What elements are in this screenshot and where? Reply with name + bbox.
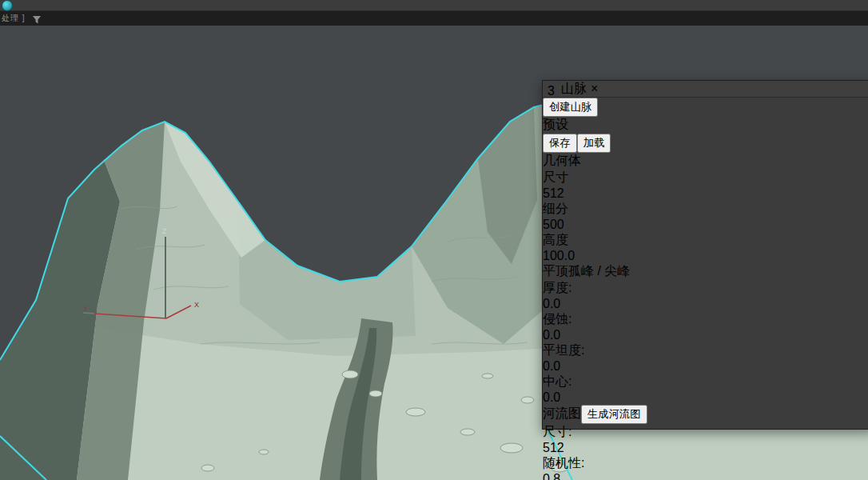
geometry-height-row: 高度100.0 bbox=[543, 232, 868, 263]
flat-top-peak-title: 平顶孤峰 / 尖峰 bbox=[543, 264, 630, 278]
river-map-title: 河流图 bbox=[543, 406, 581, 420]
river-map-group: 河流图生成河流图尺寸:512随机性:0.8衰减:0.5支流:8 bbox=[543, 405, 868, 480]
erosion-label: 侵蚀: bbox=[543, 312, 571, 326]
geometry-size-field[interactable]: 512 bbox=[543, 186, 868, 201]
erosion-value[interactable]: 0.0 bbox=[543, 328, 560, 342]
axis-x-label: X bbox=[194, 301, 199, 309]
generate-river-map-button[interactable]: 生成河流图 bbox=[581, 405, 647, 424]
geometry-size-row: 尺寸512 bbox=[543, 170, 868, 201]
river-randomness-label: 随机性: bbox=[543, 456, 584, 470]
flatness-value[interactable]: 0.0 bbox=[543, 359, 560, 373]
erosion-field[interactable]: 0.0 bbox=[543, 328, 868, 342]
geometry-subdivision-field[interactable]: 500 bbox=[543, 218, 868, 232]
flat-top-peak-group: 平顶孤峰 / 尖峰厚度:0.0侵蚀:0.0平坦度:0.0中心:0.0 bbox=[543, 263, 868, 405]
app-icon[interactable] bbox=[2, 0, 13, 11]
center-row: 中心:0.0 bbox=[543, 374, 868, 405]
river-randomness-value[interactable]: 0.8 bbox=[543, 472, 560, 480]
geometry-title: 几何体 bbox=[543, 154, 581, 167]
flatness-label: 平坦度: bbox=[543, 343, 584, 357]
geometry-group: 几何体尺寸512细分500高度100.0 bbox=[543, 153, 868, 263]
mountain-dialog: 3 山脉 × 创建山脉预设保存加载几何体尺寸512细分500高度100.0平顶孤… bbox=[542, 80, 868, 430]
dialog-column: 创建山脉预设保存加载几何体尺寸512细分500高度100.0平顶孤峰 / 尖峰厚… bbox=[543, 98, 868, 480]
thickness-value[interactable]: 0.0 bbox=[543, 297, 560, 310]
application-window: 处理 ] bbox=[0, 0, 868, 480]
river-size-row: 尺寸:512 bbox=[543, 424, 868, 455]
flatness-field[interactable]: 0.0 bbox=[543, 359, 868, 374]
dialog-title: 山脉 bbox=[561, 81, 587, 98]
preset-load-button[interactable]: 加载 bbox=[577, 134, 611, 153]
create-mountain-button[interactable]: 创建山脉 bbox=[543, 98, 598, 117]
toolbar-label: 处理 ] bbox=[2, 13, 26, 24]
river-size-label: 尺寸: bbox=[543, 425, 571, 438]
geometry-subdivision-label: 细分 bbox=[543, 202, 568, 215]
geometry-subdivision-value[interactable]: 500 bbox=[543, 218, 564, 231]
geometry-size-value[interactable]: 512 bbox=[543, 186, 564, 200]
geometry-height-field[interactable]: 100.0 bbox=[543, 249, 868, 263]
geometry-subdivision-row: 细分500 bbox=[543, 201, 868, 232]
presets-group: 预设保存加载 bbox=[543, 117, 868, 153]
thickness-label: 厚度: bbox=[543, 281, 571, 294]
river-randomness-row: 随机性:0.8 bbox=[543, 455, 868, 480]
dialog-titlebar[interactable]: 3 山脉 × bbox=[543, 81, 868, 98]
filter-funnel-icon[interactable] bbox=[32, 14, 42, 23]
center-label: 中心: bbox=[543, 374, 571, 388]
toolbar: 处理 ] bbox=[0, 11, 868, 26]
erosion-row: 侵蚀:0.0 bbox=[543, 311, 868, 342]
river-randomness-field[interactable]: 0.8 bbox=[543, 472, 868, 480]
geometry-size-label: 尺寸 bbox=[543, 170, 568, 184]
presets-title: 预设 bbox=[543, 118, 568, 131]
maxscript-dialog-icon: 3 bbox=[547, 84, 557, 94]
thickness-field[interactable]: 0.0 bbox=[543, 297, 868, 311]
dialog-content: 创建山脉预设保存加载几何体尺寸512细分500高度100.0平顶孤峰 / 尖峰厚… bbox=[543, 98, 868, 480]
window-top-strip bbox=[0, 0, 868, 11]
axis-z-label: Z bbox=[162, 227, 167, 235]
axis-y-label: Y bbox=[83, 305, 88, 313]
river-size-field[interactable]: 512 bbox=[543, 441, 868, 455]
center-field[interactable]: 0.0 bbox=[543, 390, 868, 405]
thickness-row: 厚度:0.0 bbox=[543, 280, 868, 311]
geometry-height-value[interactable]: 100.0 bbox=[543, 249, 575, 262]
flatness-row: 平坦度:0.0 bbox=[543, 342, 868, 374]
center-value[interactable]: 0.0 bbox=[543, 390, 560, 404]
close-icon[interactable]: × bbox=[591, 82, 598, 96]
preset-save-button[interactable]: 保存 bbox=[543, 134, 577, 153]
river-size-value[interactable]: 512 bbox=[543, 441, 564, 454]
geometry-height-label: 高度 bbox=[543, 233, 568, 246]
button-row: 保存加载 bbox=[543, 134, 868, 153]
